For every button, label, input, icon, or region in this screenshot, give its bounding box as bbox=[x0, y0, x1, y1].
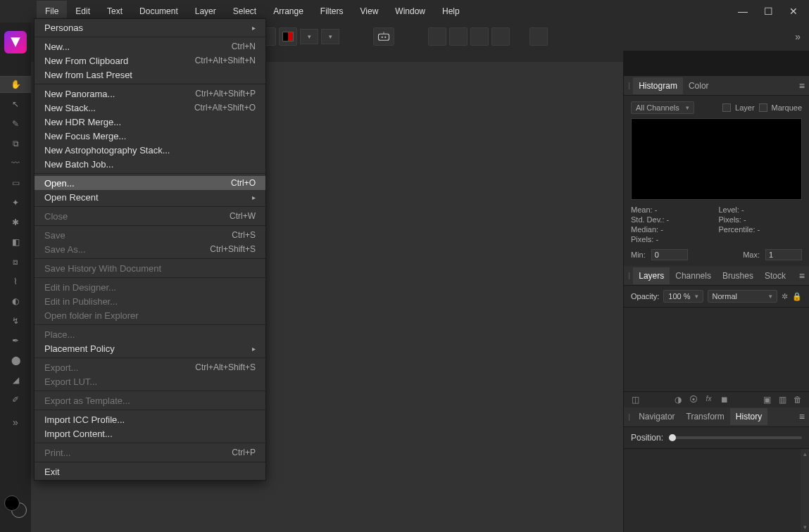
gradient-tool[interactable]: ◢ bbox=[6, 372, 25, 388]
menu-view[interactable]: View bbox=[352, 1, 387, 22]
shortcut-label: Ctrl+W bbox=[230, 211, 256, 221]
inpainting-tool[interactable]: ⌇ bbox=[6, 273, 25, 290]
gear-icon[interactable]: ✲ bbox=[782, 292, 788, 301]
foreground-swatch[interactable] bbox=[4, 495, 20, 511]
menu-item-open-folder-in-explorer: Open folder in Explorer bbox=[35, 308, 265, 322]
blend-mode-select[interactable]: Normal▾ bbox=[708, 290, 777, 303]
dodge-tool[interactable]: ◐ bbox=[6, 293, 25, 310]
live-filter-icon[interactable]: fx bbox=[703, 395, 715, 405]
tools-overflow[interactable]: » bbox=[13, 417, 18, 428]
history-tab-transform[interactable]: Transform bbox=[681, 408, 730, 425]
close-button[interactable]: ✕ bbox=[786, 6, 801, 17]
menu-separator bbox=[35, 443, 265, 443]
menu-item-open-recent[interactable]: Open Recent▸ bbox=[35, 190, 265, 204]
menu-item-import-icc-profile[interactable]: Import ICC Profile... bbox=[35, 412, 265, 426]
history-tab-navigator[interactable]: Navigator bbox=[633, 408, 680, 425]
color-picker-tool[interactable]: ✎ bbox=[6, 115, 25, 132]
layers-tab-layers[interactable]: Layers bbox=[633, 267, 670, 284]
history-tab-history[interactable]: History bbox=[730, 408, 767, 425]
crop-tool[interactable]: ⧉ bbox=[6, 135, 25, 152]
menu-item-exit[interactable]: Exit bbox=[35, 464, 265, 479]
histogram-stats: Mean: - Level: - Std. Dev.: - Pixels: - … bbox=[631, 205, 802, 243]
history-list[interactable]: ▴▾ bbox=[624, 448, 809, 533]
delete-layer-icon[interactable]: 🗑 bbox=[792, 395, 803, 405]
paint-brush-tool[interactable]: ✱ bbox=[6, 214, 25, 231]
assistant-button[interactable] bbox=[373, 27, 394, 46]
menu-filters[interactable]: Filters bbox=[312, 1, 352, 22]
pen-tool[interactable]: ✒ bbox=[6, 332, 25, 349]
menu-item-placement-policy[interactable]: Placement Policy▸ bbox=[35, 341, 265, 355]
menu-item-new-astrophotography-stack[interactable]: New Astrophotography Stack... bbox=[35, 143, 265, 157]
adjustment-icon[interactable]: ◑ bbox=[672, 395, 684, 405]
mask-layer-icon[interactable]: ◫ bbox=[629, 395, 641, 405]
maximize-button[interactable]: ☐ bbox=[761, 6, 775, 17]
eyedropper-tool[interactable]: ✐ bbox=[6, 391, 25, 408]
chevron-down-icon: ▾ bbox=[686, 104, 689, 111]
selection-brush-tool[interactable]: 〰 bbox=[6, 155, 25, 172]
panel-menu-icon[interactable]: ≡ bbox=[799, 411, 805, 422]
panel-menu-icon[interactable]: ≡ bbox=[799, 80, 805, 91]
drag-handle-icon[interactable]: || bbox=[628, 413, 629, 421]
marquee-tool[interactable]: ▭ bbox=[6, 175, 25, 191]
menu-item-new-panorama[interactable]: New Panorama...Ctrl+Alt+Shift+P bbox=[35, 87, 265, 101]
flood-select-tool[interactable]: ✦ bbox=[6, 194, 25, 211]
toolbar-button[interactable] bbox=[470, 27, 489, 46]
drag-handle-icon[interactable]: || bbox=[628, 272, 629, 279]
drag-handle-icon[interactable]: || bbox=[628, 82, 629, 89]
menu-item-new-stack[interactable]: New Stack...Ctrl+Alt+Shift+O bbox=[35, 101, 265, 115]
menu-item-import-content[interactable]: Import Content... bbox=[35, 426, 265, 441]
add-layer-icon[interactable]: ▣ bbox=[761, 395, 772, 405]
menu-item-personas[interactable]: Personas▸ bbox=[35, 20, 265, 34]
menu-item-new[interactable]: New...Ctrl+N bbox=[35, 39, 265, 53]
layers-tab-channels[interactable]: Channels bbox=[670, 267, 717, 284]
toolbar-button[interactable] bbox=[529, 27, 548, 46]
minimize-button[interactable]: — bbox=[736, 6, 750, 17]
crop-layer-icon[interactable]: ⏹ bbox=[719, 395, 730, 405]
histogram-tab-color[interactable]: Color bbox=[683, 77, 715, 94]
max-input[interactable] bbox=[765, 249, 802, 260]
position-slider[interactable] bbox=[669, 436, 802, 439]
color-swatches[interactable] bbox=[4, 495, 27, 518]
layers-list[interactable] bbox=[624, 308, 809, 391]
menu-item-open[interactable]: Open...Ctrl+O bbox=[35, 176, 265, 190]
histogram-tab-histogram[interactable]: Histogram bbox=[633, 77, 683, 94]
menu-item-new-batch-job[interactable]: New Batch Job... bbox=[35, 157, 265, 171]
toolbar-button[interactable] bbox=[449, 27, 468, 46]
snap-dropdown-2[interactable]: ▾ bbox=[321, 29, 339, 44]
app-icon[interactable] bbox=[4, 31, 27, 53]
lock-icon[interactable]: 🔒 bbox=[792, 292, 802, 301]
toolbar-button[interactable] bbox=[428, 27, 446, 46]
menu-window[interactable]: Window bbox=[387, 1, 434, 22]
scrollbar[interactable]: ▴▾ bbox=[801, 449, 809, 533]
group-layer-icon[interactable]: ▥ bbox=[777, 395, 788, 405]
channel-select[interactable]: All Channels ▾ bbox=[631, 101, 694, 114]
clone-tool[interactable]: ⧈ bbox=[6, 253, 25, 270]
panel-menu-icon[interactable]: ≡ bbox=[799, 270, 805, 281]
opacity-select[interactable]: 100 %▾ bbox=[663, 290, 703, 303]
marquee-checkbox[interactable] bbox=[759, 103, 767, 112]
fx-icon[interactable]: ⦿ bbox=[688, 395, 699, 405]
layer-checkbox[interactable] bbox=[722, 103, 731, 112]
layers-tab-brushes[interactable]: Brushes bbox=[717, 267, 759, 284]
submenu-arrow-icon: ▸ bbox=[252, 194, 256, 201]
toolbar-overflow[interactable]: » bbox=[795, 31, 803, 42]
menu-item-new-hdr-merge[interactable]: New HDR Merge... bbox=[35, 115, 265, 129]
slider-thumb[interactable] bbox=[669, 434, 676, 441]
erase-tool[interactable]: ◧ bbox=[6, 234, 25, 251]
menu-item-new-focus-merge[interactable]: New Focus Merge... bbox=[35, 129, 265, 143]
menu-help[interactable]: Help bbox=[434, 1, 468, 22]
snap-dropdown[interactable]: ▾ bbox=[300, 29, 318, 44]
menu-item-new-from-last-preset[interactable]: New from Last Preset bbox=[35, 68, 265, 82]
min-input[interactable] bbox=[651, 249, 688, 260]
layer-checkbox-label: Layer bbox=[735, 103, 755, 112]
toolbar-button[interactable] bbox=[491, 27, 510, 46]
menu-arrange[interactable]: Arrange bbox=[265, 1, 312, 22]
move-tool[interactable]: ↖ bbox=[6, 96, 25, 113]
blur-tool[interactable]: ⬤ bbox=[6, 352, 25, 369]
shortcut-label: Ctrl+S bbox=[232, 230, 256, 240]
smudge-tool[interactable]: ↯ bbox=[6, 312, 25, 329]
file-menu-dropdown: Personas▸New...Ctrl+NNew From ClipboardC… bbox=[34, 18, 266, 481]
menu-item-new-from-clipboard[interactable]: New From ClipboardCtrl+Alt+Shift+N bbox=[35, 53, 265, 68]
snapping-split[interactable] bbox=[279, 27, 297, 46]
layers-tab-stock[interactable]: Stock bbox=[759, 267, 791, 284]
